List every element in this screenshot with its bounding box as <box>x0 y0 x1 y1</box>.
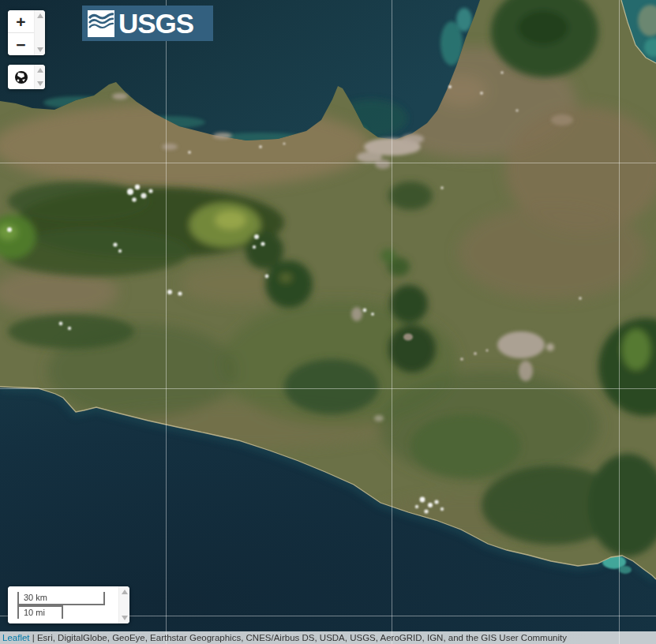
scale-control: 30 km 10 mi <box>8 586 129 623</box>
usgs-logo-banner[interactable]: USGS <box>82 6 213 41</box>
world-extent-button[interactable] <box>8 65 34 89</box>
globe-control <box>8 65 45 89</box>
zoom-out-button[interactable]: − <box>8 33 34 55</box>
attribution-separator: | <box>30 633 37 642</box>
globe-icon <box>14 70 28 84</box>
leaflet-link[interactable]: Leaflet <box>2 633 30 642</box>
scale-control-scrollbar[interactable] <box>118 586 129 623</box>
zoom-control: + − <box>8 10 45 55</box>
scale-bar-mi: 10 mi <box>17 605 63 619</box>
scroll-up-icon[interactable] <box>122 590 128 594</box>
attribution-credits: Esri, DigitalGlobe, GeoEye, Earthstar Ge… <box>37 633 567 642</box>
satellite-map[interactable] <box>0 0 656 644</box>
zoom-in-button[interactable]: + <box>8 10 34 33</box>
usgs-waves-icon <box>88 10 114 37</box>
attribution-bar: Leaflet | Esri, DigitalGlobe, GeoEye, Ea… <box>0 631 656 644</box>
usgs-wordmark: USGS <box>118 9 193 38</box>
globe-control-scrollbar[interactable] <box>34 65 45 89</box>
zoom-control-scrollbar[interactable] <box>34 10 45 55</box>
scroll-up-icon[interactable] <box>37 13 43 18</box>
map-viewport: USGS + − <box>0 0 656 644</box>
scroll-down-icon[interactable] <box>37 81 43 86</box>
scroll-down-icon[interactable] <box>37 47 43 52</box>
scroll-up-icon[interactable] <box>37 68 43 73</box>
scroll-down-icon[interactable] <box>122 616 128 620</box>
scale-bar-km: 30 km <box>17 592 105 605</box>
